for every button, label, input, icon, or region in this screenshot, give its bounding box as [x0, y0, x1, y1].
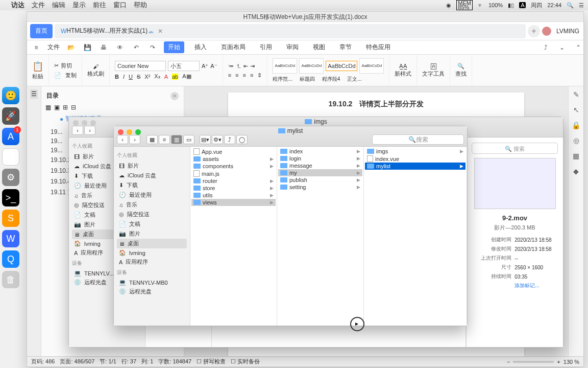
sidebar-music[interactable]: ♫音乐 [117, 200, 187, 210]
record-icon[interactable]: ◉ [446, 2, 451, 9]
add-tag-link[interactable]: 添加标记... [514, 283, 539, 288]
ribbon-ref[interactable]: 引用 [256, 41, 276, 53]
indent-dec-icon[interactable]: ⇤ [243, 63, 248, 70]
char-shading-icon[interactable]: A▦ [182, 73, 191, 80]
sidebar-remote-disc[interactable]: 💿远程光盘 [117, 287, 187, 296]
list-item[interactable]: mylist▶ [365, 163, 465, 170]
toc-tool-4[interactable]: ⊟ [71, 104, 76, 111]
view-gallery[interactable]: ▭ [183, 135, 194, 144]
dock-launchpad[interactable]: 🚀 [2, 107, 19, 125]
tab-document[interactable]: W HTML5移动W...用开发实战(1) ☁ ✕ [55, 24, 526, 38]
list-item[interactable]: index▶ [278, 148, 362, 155]
shapes-icon[interactable]: ◆ [573, 167, 579, 175]
status-pages[interactable]: 页面: 486/507 [60, 358, 94, 365]
strike-button[interactable]: S [137, 74, 140, 80]
open-icon[interactable]: 📂 [66, 43, 76, 52]
list-item[interactable]: my▶ [278, 169, 362, 176]
ribbon-start[interactable]: 开始 [164, 41, 184, 53]
action-menu[interactable]: ⚙▾ [212, 135, 223, 144]
dock-appstore[interactable]: A [2, 128, 19, 145]
chevron-down-icon[interactable]: ⌄ [557, 43, 567, 52]
ribbon-insert[interactable]: 插入 [190, 41, 211, 53]
pen-icon[interactable]: ✎ [573, 90, 579, 99]
list-item[interactable]: main.js [191, 170, 276, 177]
ribbon-layout[interactable]: 页面布局 [217, 41, 250, 53]
redo-icon[interactable]: ↷ [148, 43, 158, 52]
view-icons[interactable]: ▦ [146, 135, 158, 144]
list-item[interactable]: publish▶ [278, 176, 362, 183]
toc-close-icon[interactable]: ✕ [170, 92, 179, 100]
cursor-icon[interactable]: ↖ [573, 106, 579, 114]
fontcolor-icon[interactable]: A [164, 74, 168, 80]
app-name[interactable]: 访达 [11, 1, 24, 10]
toc-tab-icon[interactable]: ☰ [30, 89, 38, 99]
list-item[interactable]: imgs▶ [365, 148, 465, 155]
avatar[interactable] [542, 27, 551, 36]
nav-fwd[interactable]: › [129, 135, 140, 144]
status-backup[interactable]: 实时备份 [237, 358, 260, 364]
memory-indicator[interactable]: MEM85% [456, 0, 473, 10]
search-input[interactable]: 🔍 搜索 [372, 134, 464, 145]
newstyle-icon[interactable]: A̲A̲ [399, 63, 407, 70]
status-section[interactable]: 节: 1/1 [100, 358, 116, 365]
dock-finder[interactable]: 🙂 [2, 87, 19, 104]
sidebar-pictures[interactable]: 📷图片 [117, 229, 187, 239]
italic-button[interactable]: I [123, 74, 125, 80]
search-icon[interactable]: 🔍 [567, 2, 574, 9]
super-icon[interactable]: X² [144, 74, 150, 80]
bullet-list-icon[interactable]: ≔ [228, 63, 234, 70]
menu-view[interactable]: 显示 [72, 1, 86, 10]
dock-sublime[interactable]: S [2, 210, 19, 227]
menu-window[interactable]: 窗口 [113, 1, 127, 10]
list-item[interactable]: utils▶ [191, 192, 276, 199]
status-chars[interactable]: 字数: 184847 [158, 358, 191, 365]
nav-back[interactable]: ‹ [72, 126, 83, 135]
share-icon[interactable]: ⤴ [541, 43, 551, 52]
indent-inc-icon[interactable]: ⇥ [250, 63, 255, 70]
status-spell[interactable]: 拼写检查 [203, 358, 226, 364]
status-page[interactable]: 页码: 486 [31, 358, 55, 365]
dec-font-icon[interactable]: A⁻ [210, 63, 217, 70]
list-item[interactable]: components▶ [191, 163, 276, 170]
zoom-in-icon[interactable]: + [557, 359, 560, 365]
dock-chrome[interactable]: ◉ [2, 148, 19, 166]
status-col[interactable]: 列: 1 [141, 358, 153, 365]
bold-button[interactable]: B [115, 74, 119, 80]
list-item[interactable]: login▶ [278, 155, 362, 162]
arrange-menu[interactable]: ▤▾ [200, 135, 211, 144]
hamburger-icon[interactable]: ≡ [31, 43, 41, 52]
table-icon[interactable]: ▦ [573, 152, 579, 160]
sidebar-icloud[interactable]: ☁iCloud 云盘 [117, 171, 187, 180]
list-item[interactable]: store▶ [191, 185, 276, 192]
menu-file2[interactable]: 文件 [47, 43, 60, 52]
save-icon[interactable]: 💾 [82, 43, 92, 52]
align-center-icon[interactable]: ≡ [235, 72, 238, 78]
find-icon[interactable]: 🔍 [457, 63, 464, 70]
list-item[interactable]: setting▶ [278, 183, 362, 191]
menu-icon[interactable]: ☰ [579, 2, 584, 9]
list-item[interactable]: index.vue [365, 155, 465, 163]
list-item[interactable]: router▶ [191, 177, 276, 185]
inc-font-icon[interactable]: A⁺ [202, 63, 208, 70]
font-select[interactable]: Courier New [115, 61, 166, 71]
list-item[interactable]: message▶ [278, 162, 362, 169]
paste-icon[interactable]: 📋 [32, 61, 43, 72]
sidebar-downloads[interactable]: ⬇下载 [117, 180, 187, 190]
menu-help[interactable]: 帮助 [134, 1, 147, 10]
sidebar-home[interactable]: 🏠lvming [117, 248, 187, 257]
ribbon-special[interactable]: 特色应用 [362, 41, 395, 53]
preview-icon[interactable]: 👁 [115, 43, 125, 52]
ribbon-review[interactable]: 审阅 [282, 41, 303, 53]
ribbon-view[interactable]: 视图 [309, 41, 329, 53]
sidebar-apps[interactable]: A应用程序 [117, 257, 187, 267]
linespacing-icon[interactable]: ⇕ [257, 72, 262, 79]
sidebar-documents[interactable]: 📄文稿 [117, 219, 187, 229]
lock-icon[interactable]: 🔒 [572, 121, 580, 129]
dock-quicktime[interactable]: Q [2, 250, 19, 268]
list-item[interactable]: views▶ [191, 199, 276, 206]
list-item[interactable]: App.vue [191, 148, 276, 155]
dock-trash[interactable]: 🗑 [2, 271, 19, 288]
dock-wps[interactable]: W [2, 230, 19, 247]
wifi-icon[interactable]: ᯤ [478, 2, 483, 8]
highlight-icon[interactable]: ab [172, 74, 178, 80]
